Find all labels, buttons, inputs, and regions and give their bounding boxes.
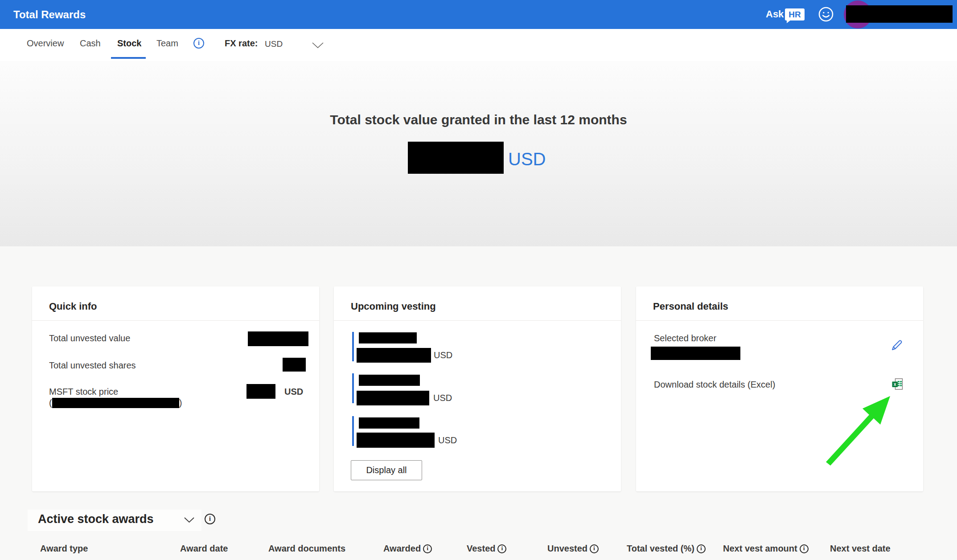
personal-details-title: Personal details xyxy=(653,301,728,312)
hero-title: Total stock value granted in the last 12… xyxy=(0,112,957,127)
fx-rate-chevron-down-icon[interactable] xyxy=(312,42,324,48)
awards-info-icon[interactable]: i xyxy=(205,514,215,524)
total-rewards-page: Total Rewards Ask HR Overview Cash Stock… xyxy=(0,0,957,560)
vest-currency: USD xyxy=(438,435,457,446)
redacted-vest-date xyxy=(359,332,417,343)
column-header-total-vested: Total vested (%) i xyxy=(627,544,706,554)
column-label: Vested xyxy=(467,544,495,554)
redacted-vest-amount xyxy=(357,391,429,405)
ask-hr-label: Ask xyxy=(766,0,784,29)
column-header-award-date: Award date xyxy=(180,544,228,554)
paren-open: ( xyxy=(49,397,52,409)
svg-text:x: x xyxy=(894,382,896,387)
redacted-unvested-shares xyxy=(283,358,306,372)
redacted-user-name xyxy=(846,5,953,23)
vest-currency: USD xyxy=(434,350,452,360)
edit-broker-pencil-icon[interactable] xyxy=(890,339,904,352)
vesting-accent-bar xyxy=(352,332,354,361)
redacted-broker-name xyxy=(651,347,740,360)
redacted-total-stock-value xyxy=(408,142,504,174)
column-header-vested: Vested i xyxy=(467,544,506,554)
ask-hr-button[interactable]: HR xyxy=(785,8,805,20)
personal-details-card: Personal details Selected broker Downloa… xyxy=(636,286,923,491)
tabs-info-icon[interactable]: i xyxy=(193,38,204,49)
stock-price-currency: USD xyxy=(284,386,303,397)
card-divider xyxy=(32,320,319,321)
total-unvested-shares-label: Total unvested shares xyxy=(49,360,136,371)
stock-price-asof-row: ( ) xyxy=(49,397,182,409)
hero-currency-label: USD xyxy=(508,149,546,169)
column-label: Next vest amount xyxy=(723,544,797,554)
active-tab-underline xyxy=(111,57,146,59)
excel-download-icon[interactable]: x xyxy=(892,378,903,390)
vesting-accent-bar xyxy=(352,416,354,446)
column-header-unvested: Unvested i xyxy=(547,544,599,554)
hero-banner: Total stock value granted in the last 12… xyxy=(0,61,957,246)
tab-overview[interactable]: Overview xyxy=(27,38,64,49)
unvested-info-icon[interactable]: i xyxy=(590,544,599,553)
quick-info-title: Quick info xyxy=(49,301,97,312)
card-divider xyxy=(636,320,923,321)
column-label: Next vest date xyxy=(830,544,891,554)
redacted-unvested-value xyxy=(248,331,308,346)
column-header-next-vest-date: Next vest date xyxy=(830,544,891,554)
redacted-vest-date xyxy=(359,417,419,429)
column-label: Award documents xyxy=(268,544,345,554)
vest-currency: USD xyxy=(433,393,452,403)
hr-badge-label: HR xyxy=(789,10,801,20)
column-label: Awarded xyxy=(383,544,421,554)
feedback-smiley-icon[interactable] xyxy=(818,6,834,22)
column-header-next-vest-amount: Next vest amount i xyxy=(723,544,809,554)
column-header-award-documents: Award documents xyxy=(268,544,345,554)
redacted-vest-amount xyxy=(357,348,431,363)
display-all-button[interactable]: Display all xyxy=(351,460,422,480)
redacted-vest-amount xyxy=(357,433,435,448)
app-title: Total Rewards xyxy=(13,0,86,29)
vested-info-icon[interactable]: i xyxy=(497,544,506,553)
tab-team[interactable]: Team xyxy=(156,38,178,49)
selected-broker-label: Selected broker xyxy=(654,333,716,344)
tab-cash[interactable]: Cash xyxy=(80,38,101,49)
column-label: Unvested xyxy=(547,544,587,554)
next-vest-amount-info-icon[interactable]: i xyxy=(800,544,809,553)
tab-stock[interactable]: Stock xyxy=(117,38,141,49)
column-label: Total vested (%) xyxy=(627,544,694,554)
redacted-vest-date xyxy=(359,375,420,386)
vesting-accent-bar xyxy=(352,373,354,403)
awarded-info-icon[interactable]: i xyxy=(423,544,432,553)
download-stock-details-link[interactable]: Download stock details (Excel) xyxy=(654,379,775,390)
column-header-award-type: Award type xyxy=(40,544,88,554)
awards-expander-chevron-down-icon[interactable] xyxy=(184,517,194,523)
upcoming-vesting-card: Upcoming vesting USD USD USD Display all xyxy=(334,286,621,491)
active-stock-awards-title: Active stock awards xyxy=(38,512,154,526)
redacted-price-asof xyxy=(52,398,179,408)
app-header-bar: Total Rewards Ask HR xyxy=(0,0,957,29)
total-vested-info-icon[interactable]: i xyxy=(697,544,706,553)
fx-rate-label: FX rate: xyxy=(225,38,258,49)
quick-info-card: Quick info Total unvested value Total un… xyxy=(32,286,319,491)
column-header-awarded: Awarded i xyxy=(383,544,432,554)
total-unvested-value-label: Total unvested value xyxy=(49,333,130,344)
fx-rate-select-value[interactable]: USD xyxy=(265,39,283,49)
column-label: Award date xyxy=(180,544,228,554)
upcoming-vesting-title: Upcoming vesting xyxy=(351,301,436,312)
column-label: Award type xyxy=(40,544,88,554)
card-divider xyxy=(334,320,621,321)
msft-stock-price-label: MSFT stock price xyxy=(49,386,118,397)
paren-close: ) xyxy=(179,397,182,409)
redacted-stock-price xyxy=(246,384,275,399)
